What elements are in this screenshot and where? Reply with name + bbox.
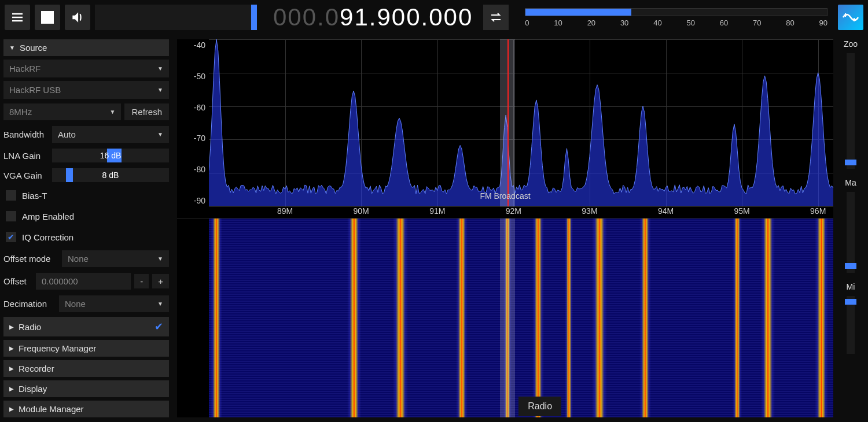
device-select[interactable]: HackRF ▼ (3, 60, 169, 77)
check-icon[interactable]: ✔ (155, 320, 163, 333)
logo-icon (842, 9, 859, 26)
offset-plus-button[interactable]: + (152, 274, 169, 288)
fft-spectrum[interactable]: -40-50-60-70-80-90 FM Broadcast 89M90M91… (177, 39, 833, 219)
port-select-value: HackRF USB (9, 85, 61, 95)
min-slider[interactable] (847, 296, 855, 354)
play-stop-button[interactable] (35, 5, 60, 30)
decimation-value: None (65, 299, 86, 309)
offset-mode-select[interactable]: None ▼ (62, 250, 169, 267)
refresh-button[interactable]: Refresh (124, 103, 169, 120)
volume-slider[interactable] (95, 5, 257, 30)
caret-right-icon: ▶ (9, 345, 14, 351)
swap-icon (489, 10, 503, 24)
max-label: Ma (845, 178, 856, 187)
module-manager-section-header[interactable]: ▶ Module Manager (3, 401, 169, 417)
zoom-label: Zoo (844, 39, 858, 49)
caret-down-icon: ▼ (157, 301, 163, 307)
offset-mode-value: None (68, 254, 89, 264)
caret-down-icon: ▼ (110, 109, 116, 115)
module-manager-label: Module Manager (19, 404, 84, 414)
signal-meter-fill (525, 9, 631, 16)
decimation-label: Decimation (3, 299, 56, 309)
source-section-label: Source (20, 43, 47, 53)
signal-meter-ticks: 0102030405060708090 (525, 18, 827, 27)
vfo-center-line[interactable] (507, 39, 509, 206)
fft-x-axis: 89M90M91M92M93M94M95M96M (209, 206, 833, 218)
caret-right-icon: ▶ (9, 365, 14, 372)
speaker-icon (70, 10, 85, 25)
slider-knob (845, 263, 856, 269)
signal-meter: 0102030405060708090 (525, 8, 827, 27)
source-section-header[interactable]: ▼ Source (3, 39, 169, 56)
lna-gain-label: LNA Gain (3, 151, 49, 161)
caret-right-icon: ▶ (9, 324, 14, 330)
slider-knob (845, 299, 856, 305)
radio-section-header[interactable]: ▶ Radio ✔ (3, 317, 169, 336)
device-select-value: HackRF (9, 64, 41, 73)
bias-t-label: Bias-T (22, 191, 47, 201)
radio-section-label: Radio (19, 322, 41, 332)
decimation-select[interactable]: None ▼ (59, 295, 169, 312)
main-display: -40-50-60-70-80-90 FM Broadcast 89M90M91… (177, 39, 833, 417)
offset-input[interactable]: 0.000000 (36, 273, 131, 290)
offset-mode-label: Offset mode (3, 254, 58, 264)
menu-icon (10, 10, 24, 24)
frequency-leading: 000.0 (273, 3, 340, 31)
recorder-section-header[interactable]: ▶ Recorder (3, 360, 169, 377)
frequency-manager-section-header[interactable]: ▶ Frequency Manager (3, 340, 169, 357)
credits-button[interactable] (838, 5, 863, 30)
slider-knob (845, 160, 856, 165)
min-label: Mi (847, 282, 855, 291)
caret-down-icon: ▼ (157, 131, 163, 138)
caret-down-icon: ▼ (157, 256, 163, 262)
snap-interval-button[interactable] (483, 5, 509, 30)
offset-minus-button[interactable]: - (134, 274, 149, 288)
lna-gain-value: 16 dB (100, 151, 122, 160)
caret-down-icon: ▼ (9, 45, 15, 51)
zoom-slider[interactable] (847, 53, 855, 169)
samplerate-value: 8MHz (9, 107, 32, 117)
mute-button[interactable] (65, 5, 90, 30)
caret-right-icon: ▶ (9, 386, 14, 392)
lna-gain-slider[interactable]: 16 dB (52, 149, 169, 162)
top-toolbar: 000.091.900.000 0102030405060708090 (0, 0, 868, 35)
bandwidth-value: Auto (58, 129, 76, 139)
iq-correction-checkbox[interactable]: ✔ IQ Correction (3, 228, 169, 246)
max-slider[interactable] (847, 192, 855, 273)
vga-gain-value: 8 dB (102, 171, 119, 180)
frequency-manager-label: Frequency Manager (19, 343, 96, 353)
display-label: Display (19, 384, 47, 394)
bandwidth-select[interactable]: Auto ▼ (52, 126, 169, 143)
caret-down-icon: ▼ (157, 65, 163, 72)
vfo-label: Radio (518, 397, 561, 416)
checkbox-icon (6, 211, 16, 221)
menu-button[interactable] (5, 5, 30, 30)
samplerate-select[interactable]: 8MHz ▼ (3, 103, 121, 120)
recorder-label: Recorder (19, 364, 54, 373)
fft-trace (209, 39, 833, 206)
volume-fill (251, 5, 257, 30)
iq-correction-label: IQ Correction (22, 232, 73, 242)
caret-down-icon: ▼ (157, 87, 163, 93)
display-section-header[interactable]: ▶ Display (3, 380, 169, 397)
right-panel: Zoo Ma Mi (833, 35, 868, 422)
amp-enabled-checkbox[interactable]: Amp Enabled (3, 208, 169, 225)
frequency-display[interactable]: 000.091.900.000 (273, 3, 473, 31)
bandwidth-label: Bandwidth (3, 129, 49, 139)
caret-right-icon: ▶ (9, 406, 14, 412)
port-select[interactable]: HackRF USB ▼ (3, 81, 169, 99)
vga-gain-slider[interactable]: 8 dB (52, 168, 169, 182)
band-annotation: FM Broadcast (480, 191, 530, 201)
fft-y-axis: -40-50-60-70-80-90 (177, 39, 209, 206)
amp-enabled-label: Amp Enabled (22, 212, 74, 221)
frequency-value: 91.900.000 (340, 3, 473, 31)
checkbox-icon (6, 190, 16, 201)
bias-t-checkbox[interactable]: Bias-T (3, 187, 169, 204)
slider-knob (66, 168, 73, 182)
offset-label: Offset (3, 276, 32, 286)
waterfall-display[interactable]: Radio (209, 219, 833, 417)
vga-gain-label: VGA Gain (3, 171, 49, 180)
checkbox-checked-icon: ✔ (6, 232, 16, 242)
signal-meter-bar (525, 8, 827, 16)
stop-icon (41, 11, 54, 24)
